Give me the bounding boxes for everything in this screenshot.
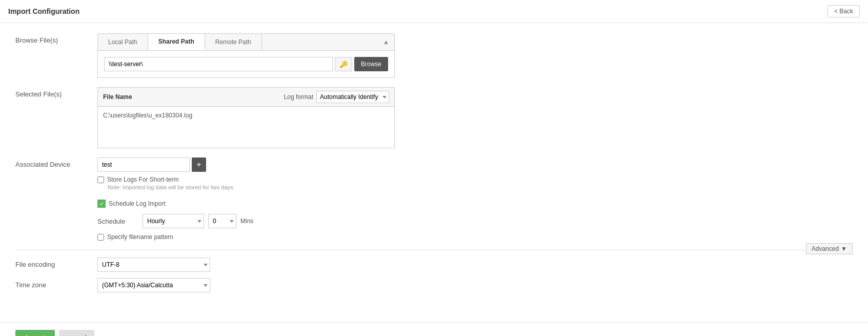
tab-local-path[interactable]: Local Path bbox=[98, 34, 148, 50]
browse-button[interactable]: Browse bbox=[354, 57, 388, 71]
selected-files-control: File Name Log format Automatically Ident… bbox=[97, 87, 395, 148]
device-row: + bbox=[97, 157, 395, 172]
schedule-frequency-select[interactable]: HourlyDailyWeekly bbox=[143, 214, 204, 228]
selected-files-row: Selected File(s) File Name Log format Au… bbox=[15, 87, 853, 148]
associated-device-control: + Store Logs For Short-term Note: Import… bbox=[97, 157, 395, 190]
time-zone-control: (GMT+5:30) Asia/Calcutta(GMT+0:00) UTC(G… bbox=[97, 278, 210, 292]
browse-files-label: Browse File(s) bbox=[15, 33, 97, 44]
tab-bar: Local Path Shared Path Remote Path ▲ bbox=[97, 33, 395, 50]
path-row: 🔑 Browse bbox=[104, 57, 388, 71]
selected-files-label: Selected File(s) bbox=[15, 87, 97, 98]
associated-device-row: Associated Device + Store Logs For Short… bbox=[15, 157, 853, 190]
schedule-section-spacer bbox=[15, 200, 97, 203]
tab-collapse-icon[interactable]: ▲ bbox=[378, 34, 394, 50]
store-logs-checkbox[interactable] bbox=[97, 176, 104, 183]
main-content: Browse File(s) Local Path Shared Path Re… bbox=[0, 23, 868, 312]
cancel-button[interactable]: cancel bbox=[59, 330, 95, 336]
back-button[interactable]: < Back bbox=[827, 5, 860, 17]
schedule-section-control: ✓ Schedule Log Import Schedule HourlyDai… bbox=[97, 200, 395, 241]
log-format-label: Log format bbox=[284, 93, 313, 101]
page-title: Import Configuration bbox=[8, 7, 79, 15]
log-format-section: Log format Automatically IdentifyW3CIISN… bbox=[284, 91, 389, 103]
key-button[interactable]: 🔑 bbox=[335, 57, 352, 71]
tab-shared-path[interactable]: Shared Path bbox=[148, 34, 205, 50]
files-header: File Name Log format Automatically Ident… bbox=[98, 88, 394, 107]
time-zone-label: Time zone bbox=[15, 278, 97, 289]
time-zone-select[interactable]: (GMT+5:30) Asia/Calcutta(GMT+0:00) UTC(G… bbox=[97, 278, 210, 292]
add-device-button[interactable]: + bbox=[192, 157, 206, 172]
device-input[interactable] bbox=[97, 157, 190, 172]
log-format-select[interactable]: Automatically IdentifyW3CIISNCSA bbox=[316, 91, 389, 103]
files-list: C:\users\logfiles\u_ex180304.log bbox=[98, 107, 394, 148]
files-container: File Name Log format Automatically Ident… bbox=[97, 87, 395, 148]
browse-files-row: Browse File(s) Local Path Shared Path Re… bbox=[15, 33, 853, 78]
schedule-section: ✓ Schedule Log Import Schedule HourlyDai… bbox=[15, 200, 853, 241]
schedule-check-row: ✓ Schedule Log Import bbox=[97, 200, 395, 208]
browse-files-control: Local Path Shared Path Remote Path ▲ 🔑 B… bbox=[97, 33, 395, 78]
tab-remote-path[interactable]: Remote Path bbox=[205, 34, 262, 50]
advanced-section: Advanced ▼ File encoding UTF-8UTF-16ASCI… bbox=[15, 250, 853, 292]
schedule-label: Schedule bbox=[97, 218, 138, 225]
schedule-checkbox[interactable]: ✓ bbox=[97, 200, 106, 208]
page-header: Import Configuration < Back bbox=[0, 0, 868, 23]
file-encoding-control: UTF-8UTF-16ASCIIISO-8859-1 bbox=[97, 258, 210, 272]
associated-device-label: Associated Device bbox=[15, 157, 97, 168]
store-logs-label: Store Logs For Short-term bbox=[107, 176, 178, 183]
schedule-mins-select[interactable]: 0153045 bbox=[208, 214, 236, 228]
file-encoding-select[interactable]: UTF-8UTF-16ASCIIISO-8859-1 bbox=[97, 258, 210, 272]
file-name-column: File Name bbox=[103, 93, 284, 101]
file-encoding-label: File encoding bbox=[15, 258, 97, 268]
mins-label: Mins bbox=[240, 218, 253, 225]
filename-pattern-checkbox[interactable] bbox=[97, 234, 104, 241]
file-encoding-row: File encoding UTF-8UTF-16ASCIIISO-8859-1 bbox=[15, 258, 853, 272]
path-input[interactable] bbox=[104, 57, 333, 71]
advanced-label: Advanced bbox=[812, 245, 839, 252]
filename-pattern-label: Specify filename pattern bbox=[107, 233, 173, 241]
filename-pattern-row: Specify filename pattern bbox=[97, 233, 395, 241]
store-logs-row: Store Logs For Short-term bbox=[97, 176, 395, 183]
import-button[interactable]: Import bbox=[15, 330, 55, 336]
file-item: C:\users\logfiles\u_ex180304.log bbox=[103, 111, 389, 120]
store-logs-note: Note: Imported log data will be stored f… bbox=[108, 184, 395, 190]
advanced-icon: ▼ bbox=[841, 245, 847, 252]
footer-section: Import cancel bbox=[0, 322, 868, 336]
schedule-row: Schedule HourlyDailyWeekly 0153045 Mins bbox=[97, 214, 395, 228]
schedule-log-import-label: Schedule Log Import bbox=[109, 200, 166, 207]
time-zone-row: Time zone (GMT+5:30) Asia/Calcutta(GMT+0… bbox=[15, 278, 853, 292]
advanced-toggle-button[interactable]: Advanced ▼ bbox=[806, 243, 853, 254]
tab-content: 🔑 Browse bbox=[97, 50, 395, 78]
